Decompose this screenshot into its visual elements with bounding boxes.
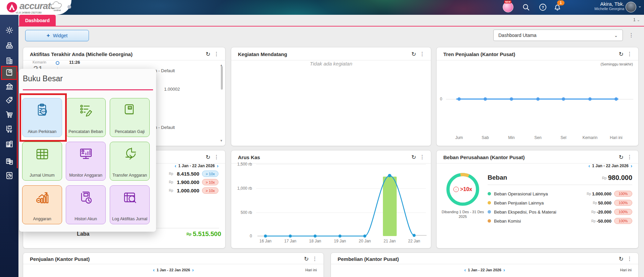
menu-anggaran[interactable]: Anggaran (22, 185, 62, 224)
sidebar-item-reports[interactable] (0, 170, 18, 182)
prev-period-icon[interactable] (464, 267, 466, 273)
prev-period-icon[interactable] (153, 267, 155, 273)
data-point[interactable] (484, 97, 487, 101)
page-indicator[interactable]: 1 (633, 17, 640, 22)
buku-besar-popup: Buku Besar RP Akun Perkiraan Pencatatan … (19, 69, 156, 232)
date-range-nav[interactable]: 1 Jan - 22 Jan 2026 (331, 267, 638, 273)
help-icon[interactable]: ? (539, 3, 547, 12)
prev-period-icon[interactable] (175, 163, 176, 169)
menu-label: Akun Perkiraan (27, 129, 58, 134)
kebab-icon[interactable] (627, 154, 632, 160)
data-point[interactable] (614, 97, 618, 101)
kebab-icon[interactable] (419, 51, 425, 57)
plus-icon (47, 32, 50, 39)
currency-prefix: Rp (187, 232, 192, 236)
menu-akun-perkiraan[interactable]: RP Akun Perkiraan (22, 98, 62, 137)
user-avatar[interactable] (626, 2, 636, 12)
divider (331, 264, 638, 264)
account-info[interactable]: Akira, Tbk. Michelle Georgina (594, 1, 624, 11)
menu-pencatatan-gaji[interactable]: RP Pencatatan Gaji (110, 98, 150, 137)
widget-penjualan: Penjualan (Kantor Pusat) 1 Jan - 22 Jan … (23, 252, 324, 277)
user-name: Michelle Georgina (594, 7, 624, 11)
arus-x-label: 18 Jan (307, 239, 324, 243)
arus-x-label: 19 Jan (332, 239, 348, 243)
date-range-nav[interactable]: 1 Jan - 22 Jan 2026 (175, 163, 218, 169)
account-chevron-icon[interactable] (638, 3, 642, 9)
refresh-icon[interactable] (411, 51, 416, 58)
date-range-nav[interactable]: 1 Jan - 22 Jan 2026 (23, 267, 324, 273)
sidebar-item-inventory[interactable] (0, 123, 18, 135)
menu-label: Anggaran (32, 217, 52, 221)
pie-transfer-icon (122, 146, 138, 162)
dashboard-select[interactable]: Dashboard Utama ⌄ (493, 30, 623, 41)
data-point[interactable] (562, 97, 565, 101)
data-point[interactable] (588, 97, 592, 101)
menu-transfer-anggaran[interactable]: Transfer Anggaran (110, 142, 150, 181)
sidebar-item-banking[interactable] (0, 81, 18, 93)
up-arrow-icon: ↑ (453, 187, 459, 192)
laba-row: Rp 8.415.500 > 10x (169, 171, 218, 177)
compare-line2: 2025 (437, 214, 488, 219)
app-root: accurate online v1.0.1#3600-2327150 NEW … (0, 0, 644, 277)
legend-dot (488, 210, 491, 214)
kebab-icon[interactable] (214, 51, 219, 57)
beban-compare-text: Dibanding 1 Des - 31 Des 2025 (437, 210, 488, 219)
kebab-icon[interactable] (627, 51, 632, 57)
date-range-nav[interactable]: 1 Jan - 22 Jan 2026 (588, 163, 632, 169)
sidebar-item-tax[interactable]: TAX (0, 155, 18, 168)
prev-period-icon[interactable] (588, 163, 590, 169)
laba-row: Rp 1.000.000 > 10x (169, 187, 218, 194)
add-widget-button[interactable]: Widget (25, 30, 89, 41)
kebab-icon[interactable] (627, 256, 632, 262)
popup-title: Buku Besar (23, 74, 63, 83)
divider (23, 264, 324, 264)
checklist-pencil-icon (78, 102, 94, 119)
header-dot (67, 5, 71, 9)
next-period-icon[interactable] (192, 267, 194, 273)
search-icon[interactable] (522, 3, 530, 12)
refresh-icon[interactable] (619, 154, 624, 161)
toolbar-kebab-icon[interactable] (629, 32, 634, 38)
menu-jurnal-umum[interactable]: Jurnal Umum (22, 142, 62, 181)
legend-value: -50.000 (597, 219, 611, 224)
sidebar-item-fixed-assets[interactable] (0, 138, 18, 150)
page-indicator-value: 1 (633, 17, 636, 22)
currency-prefix: Rp (602, 176, 607, 180)
currency-prefix: Rp (593, 201, 597, 205)
menu-log-aktifitas-jurnal[interactable]: Log Aktifitas Jurnal (110, 185, 150, 224)
menu-pencatatan-beban[interactable]: Pencatatan Beban (66, 98, 106, 137)
refresh-icon[interactable] (619, 256, 624, 263)
next-period-icon[interactable] (503, 267, 505, 273)
sidebar-item-cashier[interactable] (0, 40, 18, 52)
data-point[interactable] (457, 97, 461, 101)
kebab-icon[interactable] (214, 154, 219, 160)
sidebar-item-company[interactable] (0, 55, 18, 67)
refresh-icon[interactable] (304, 256, 309, 263)
arus-x-label: 22 Jan (406, 239, 423, 243)
widget-beban-title: Beban Perusahaan (Kantor Pusat) (443, 154, 525, 160)
sidebar-item-settings[interactable] (0, 24, 18, 36)
sidebar-item-sales[interactable]: Rp (0, 94, 18, 106)
refresh-icon[interactable] (206, 154, 210, 161)
sidebar-item-general-ledger[interactable] (0, 66, 18, 79)
tab-dashboard[interactable]: Dashboard (19, 15, 56, 26)
beban-legend-row: Beban Ekspedisi, Pos & Materai Rp -20.00… (488, 208, 632, 216)
scrollbar-thumb[interactable] (221, 66, 223, 90)
beban-legend-row: Beban Operasional Lainnya Rp 1.000.000 1… (488, 190, 632, 197)
ratio-badge: > 10x (202, 171, 218, 177)
data-point[interactable] (510, 97, 513, 101)
refresh-icon[interactable] (206, 51, 210, 58)
brand-version: v1.0.1#3600-2327150 (16, 11, 42, 14)
next-period-icon[interactable] (631, 163, 632, 169)
legend-dot (488, 219, 491, 223)
menu-monitor-anggaran[interactable]: Monitor Anggaran (66, 142, 106, 181)
kebab-icon[interactable] (312, 256, 317, 262)
widget-beban: Beban Perusahaan (Kantor Pusat) 1 Jan - … (436, 150, 639, 248)
refresh-icon[interactable] (619, 51, 624, 58)
scrollbar-down-icon[interactable] (220, 137, 223, 143)
menu-histori-akun[interactable]: Histori Akun (66, 185, 106, 224)
sidebar-item-purchases[interactable] (0, 108, 18, 121)
data-point[interactable] (536, 97, 540, 101)
next-period-icon[interactable] (217, 163, 218, 169)
laba-row-value: 1.900.000 (177, 179, 199, 185)
